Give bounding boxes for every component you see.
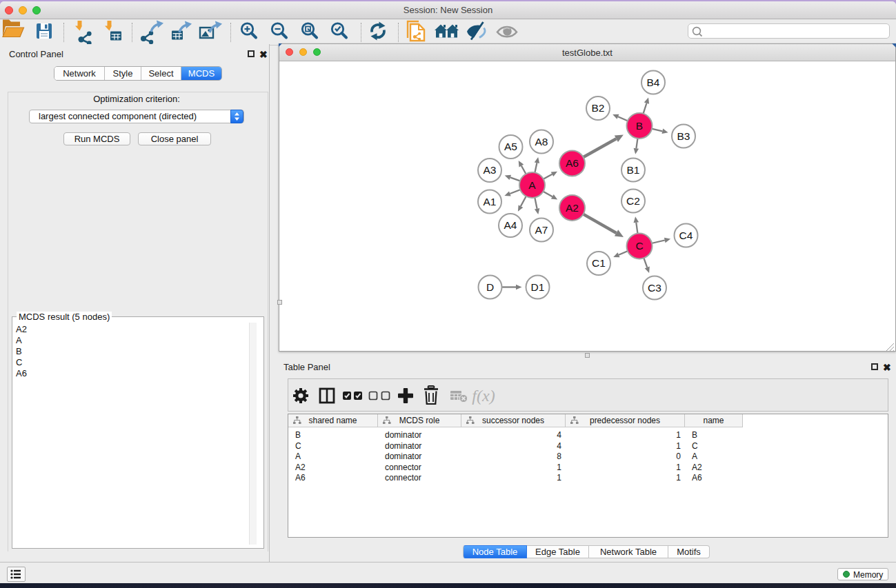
svg-text:A6: A6 [566,157,579,169]
svg-text:C2: C2 [626,195,640,207]
svg-text:A5: A5 [504,141,517,152]
svg-text:B4: B4 [647,77,660,88]
svg-text:B2: B2 [592,102,605,114]
svg-text:D: D [486,281,494,293]
svg-text:A7: A7 [535,224,548,236]
svg-text:A3: A3 [484,164,497,176]
svg-text:A4: A4 [504,219,517,231]
svg-text:C: C [635,240,643,252]
svg-text:C3: C3 [648,282,661,294]
svg-text:A: A [528,179,536,191]
svg-text:D1: D1 [531,281,545,293]
svg-text:B: B [636,120,643,132]
svg-text:B1: B1 [627,164,640,176]
svg-text:A8: A8 [535,136,548,148]
svg-text:B3: B3 [677,130,690,142]
svg-text:A1: A1 [484,196,497,207]
svg-text:A2: A2 [566,202,579,214]
svg-text:C4: C4 [679,230,693,241]
svg-text:f(x): f(x) [472,387,495,405]
svg-text:C1: C1 [592,257,606,269]
